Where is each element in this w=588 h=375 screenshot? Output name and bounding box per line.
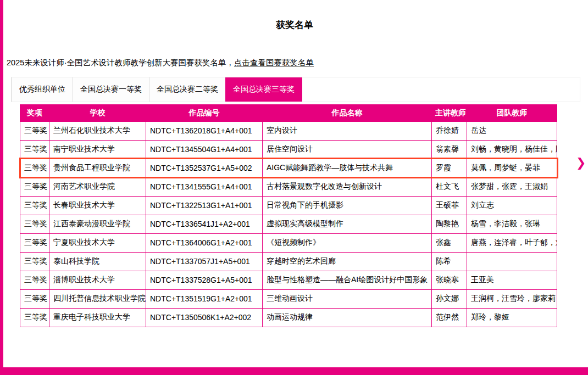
table-cell: 三等奖 <box>20 140 49 159</box>
table-cell: 宁夏职业技术大学 <box>49 233 146 252</box>
awards-table: 奖项学校作品编号作品名称主讲教师团队教师 三等奖兰州石化职业技术大学NDTC+T… <box>20 104 557 327</box>
table-cell: 杜文飞 <box>432 177 467 196</box>
table-cell: 贵州食品工程职业学院 <box>49 159 146 177</box>
table-cell: 三等奖 <box>20 289 49 308</box>
intro-text: 2025未来设计师·全国艺术设计教师教学创新大赛国赛获奖名单， <box>7 58 234 67</box>
table-row: 三等奖四川托普信息技术职业学院NDTC+T1351519G1+A2+001三维动… <box>20 289 557 308</box>
table-cell: 长春职业技术大学 <box>49 196 146 215</box>
table-row: 三等奖泰山科技学院NDTC+T1337057J1+A5+001穿越时空的艺术回廊… <box>20 252 557 271</box>
tab-4[interactable]: 全国总决赛三等奖 <box>225 77 302 102</box>
header-cell: 团队教师 <box>467 104 557 121</box>
table-header-row: 奖项学校作品编号作品名称主讲教师团队教师 <box>20 104 557 121</box>
table-cell: 虚拟现实高级模型制作 <box>263 215 432 233</box>
table-row: 三等奖兰州石化职业技术大学NDTC+T1362018G1+A4+001室内设计乔… <box>20 121 557 140</box>
table-row: 三等奖贵州食品工程职业学院NDTC+T1352537G1+A5+002AIGC赋… <box>20 159 557 177</box>
table-cell: 日常视角下的手机摄影 <box>263 196 432 215</box>
table-cell: 唐燕，连泽睿，叶子郁，刘智伟 <box>467 233 557 252</box>
table-cell: 刘畅，黄晓明，杨佳佳，顾之骏 <box>467 140 557 159</box>
table-row: 三等奖重庆电子科技职业大学NDTC+T1350506K1+A2+002动画运动规… <box>20 308 557 327</box>
table-cell: 三等奖 <box>20 271 49 289</box>
table-cell: 室内设计 <box>263 121 432 140</box>
table-cell: NDTC+T1345504G1+A4+001 <box>146 140 263 159</box>
left-accent-bar <box>0 0 3 375</box>
table-cell: 张鑫 <box>432 233 467 252</box>
table-row: 三等奖河南艺术职业学院NDTC+T1341555G1+A4+001古村落景观数字… <box>20 177 557 196</box>
table-cell: 翁素馨 <box>432 140 467 159</box>
table-cell: 莫佩，周梦蜓，晏菲 <box>467 159 557 177</box>
bottom-accent-bar <box>0 367 588 375</box>
header-cell: 奖项 <box>20 104 49 121</box>
table-cell: 王硕菲 <box>432 196 467 215</box>
table-cell: 张晓寒 <box>432 271 467 289</box>
table-cell: 河南艺术职业学院 <box>49 177 146 196</box>
table-cell: 王润柯，汪雪玲，廖家莉，常筱傲 <box>467 289 557 308</box>
table-cell: NDTC+T1322513G1+A1+001 <box>146 196 263 215</box>
table-cell <box>467 252 557 271</box>
table-cell: 杨雪，李洁毅，张琳 <box>467 215 557 233</box>
intro-paragraph: 2025未来设计师·全国艺术设计教师教学创新大赛国赛获奖名单，点击查看国赛获奖名… <box>7 58 583 68</box>
header-cell: 作品编号 <box>146 104 263 121</box>
header-cell: 学校 <box>49 104 146 121</box>
table-cell: NDTC+T1350506K1+A2+002 <box>146 308 263 327</box>
table-cell: NDTC+T1364006G1+A2+001 <box>146 233 263 252</box>
tab-1[interactable]: 优秀组织单位 <box>12 77 73 102</box>
table-cell: 四川托普信息技术职业学院 <box>49 289 146 308</box>
table-cell: NDTC+T1352537G1+A5+002 <box>146 159 263 177</box>
table-cell: 岳达 <box>467 121 557 140</box>
header-cell: 主讲教师 <box>432 104 467 121</box>
table-cell: 古村落景观数字化改造与创新设计 <box>263 177 432 196</box>
tab-bar: 优秀组织单位全国总决赛一等奖全国总决赛二等奖全国总决赛三等奖 <box>11 77 580 102</box>
table-cell: AIGC赋能舞蹈教学—肢体与技术共舞 <box>263 159 432 177</box>
table-cell: 乔徐婧 <box>432 121 467 140</box>
table-cell: 三等奖 <box>20 196 49 215</box>
table-cell: 郑玲，黎娅 <box>467 308 557 327</box>
table-cell: 重庆电子科技职业大学 <box>49 308 146 327</box>
table-cell: 范伊然 <box>432 308 467 327</box>
awards-table-wrapper: 奖项学校作品编号作品名称主讲教师团队教师 三等奖兰州石化职业技术大学NDTC+T… <box>20 104 583 327</box>
table-cell: 罗霞 <box>432 159 467 177</box>
table-cell: 三等奖 <box>20 252 49 271</box>
table-cell: 三等奖 <box>20 177 49 196</box>
page-container: 获奖名单 2025未来设计师·全国艺术设计教师教学创新大赛国赛获奖名单，点击查看… <box>0 0 588 327</box>
table-row: 三等奖长春职业技术大学NDTC+T1322513G1+A1+001日常视角下的手… <box>20 196 557 215</box>
scroll-right-chevron-icon[interactable]: ❯ <box>576 156 586 170</box>
table-cell: NDTC+T1337057J1+A5+001 <box>146 252 263 271</box>
table-cell: 三等奖 <box>20 308 49 327</box>
table-cell: 动画运动规律 <box>263 308 432 327</box>
table-row: 三等奖南宁职业技术大学NDTC+T1345504G1+A4+001居住空间设计翁… <box>20 140 557 159</box>
table-cell: 江西泰豪动漫职业学院 <box>49 215 146 233</box>
table-cell: 脸型与性格塑造——融合AI绘图设计好中国形象 <box>263 271 432 289</box>
table-cell: NDTC+T1351519G1+A2+001 <box>146 289 263 308</box>
table-cell: 张梦甜，张霆，王淑娟 <box>467 177 557 196</box>
table-cell: NDTC+T1337528G1+A5+001 <box>146 271 263 289</box>
table-row: 三等奖淄博职业技术大学NDTC+T1337528G1+A5+001脸型与性格塑造… <box>20 271 557 289</box>
table-cell: 陈希 <box>432 252 467 271</box>
tab-2[interactable]: 全国总决赛一等奖 <box>73 77 149 102</box>
table-cell: NDTC+T1362018G1+A4+001 <box>146 121 263 140</box>
table-cell: 南宁职业技术大学 <box>49 140 146 159</box>
table-cell: 居住空间设计 <box>263 140 432 159</box>
table-cell: 泰山科技学院 <box>49 252 146 271</box>
table-row: 三等奖江西泰豪动漫职业学院NDTC+T1336541J1+A2+001虚拟现实高… <box>20 215 557 233</box>
table-cell: 《短视频制作》 <box>263 233 432 252</box>
table-cell: NDTC+T1341555G1+A4+001 <box>146 177 263 196</box>
table-cell: 穿越时空的艺术回廊 <box>263 252 432 271</box>
table-cell: 王亚美 <box>467 271 557 289</box>
intro-link[interactable]: 点击查看国赛获奖名单 <box>234 58 314 67</box>
table-row: 三等奖宁夏职业技术大学NDTC+T1364006G1+A2+001《短视频制作》… <box>20 233 557 252</box>
table-cell: 三维动画设计 <box>263 289 432 308</box>
table-cell: 三等奖 <box>20 215 49 233</box>
page-title: 获奖名单 <box>7 0 583 31</box>
table-cell: 三等奖 <box>20 121 49 140</box>
tab-3[interactable]: 全国总决赛二等奖 <box>149 77 226 102</box>
table-cell: 三等奖 <box>20 159 49 177</box>
table-cell: NDTC+T1336541J1+A2+001 <box>146 215 263 233</box>
table-cell: 淄博职业技术大学 <box>49 271 146 289</box>
table-cell: 三等奖 <box>20 233 49 252</box>
table-cell: 刘立志 <box>467 196 557 215</box>
table-cell: 兰州石化职业技术大学 <box>49 121 146 140</box>
table-cell: 孙文娜 <box>432 289 467 308</box>
table-cell: 陶黎艳 <box>432 215 467 233</box>
header-cell: 作品名称 <box>263 104 432 121</box>
